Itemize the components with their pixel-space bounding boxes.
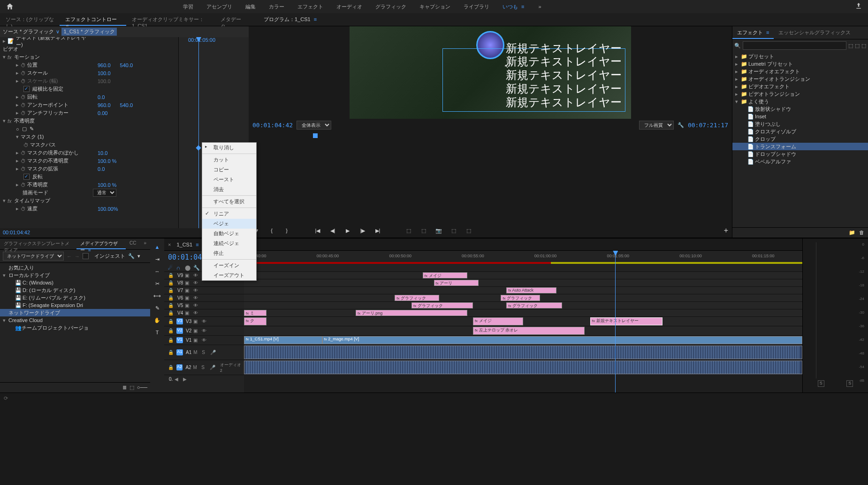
- context-menu-item[interactable]: 連続ベジェ: [202, 239, 256, 248]
- export-icon[interactable]: [855, 2, 862, 11]
- pen-tool-icon[interactable]: ✎: [152, 303, 162, 313]
- eye-icon[interactable]: 👁: [193, 295, 200, 300]
- pen-mask-icon[interactable]: ✎: [30, 126, 34, 132]
- timeline-clip[interactable]: fx 2_mage.mp4 [V]: [322, 336, 802, 344]
- eye-icon[interactable]: 👁: [193, 273, 200, 278]
- wrench-icon[interactable]: 🔧: [128, 253, 135, 259]
- tab-overflow[interactable]: »: [140, 239, 150, 249]
- workspace-tab[interactable]: ライブラリ: [464, 3, 489, 10]
- workspace-tab[interactable]: キャプション: [419, 3, 450, 10]
- filter-icon[interactable]: ▾: [137, 253, 140, 259]
- video-track-header[interactable]: 🔒V2V2▣👁: [164, 326, 244, 335]
- link-icon[interactable]: ∩: [176, 265, 183, 270]
- stopwatch-icon[interactable]: ⏱: [21, 110, 27, 116]
- effects-tree-item[interactable]: 📄塗りつぶし: [732, 120, 868, 128]
- stopwatch-icon[interactable]: ⏱: [21, 78, 27, 84]
- audio-clip[interactable]: [244, 361, 802, 374]
- timeline-clip[interactable]: fx グラフィック: [506, 302, 562, 308]
- video-track-header[interactable]: 🔒V3V3▣👁: [164, 316, 244, 326]
- context-menu-item[interactable]: 停止: [202, 248, 256, 258]
- video-track-header[interactable]: 🔒V1V1▣👁: [164, 335, 244, 345]
- wrench-icon[interactable]: 🔧: [678, 122, 684, 128]
- voice-icon[interactable]: 🎤: [210, 365, 216, 370]
- timeline-clip[interactable]: fx グラフィック: [395, 295, 439, 301]
- scrubber-playhead-icon[interactable]: [313, 133, 318, 138]
- solo-icon[interactable]: S: [202, 350, 208, 355]
- lock-icon[interactable]: 🔒: [168, 319, 175, 324]
- playhead-icon[interactable]: [198, 37, 199, 228]
- context-menu-item[interactable]: ベジェ: [202, 219, 256, 229]
- context-menu-item[interactable]: ペースト: [202, 175, 256, 185]
- rect-mask-icon[interactable]: ▢: [22, 126, 27, 132]
- tab-cc[interactable]: CC: [126, 239, 140, 249]
- track-target[interactable]: A2: [176, 364, 183, 370]
- program-timecode-left[interactable]: 00:01:04:42: [252, 122, 293, 129]
- tab-effects[interactable]: エフェクト ≡: [732, 26, 774, 39]
- extract-icon[interactable]: ⬚: [419, 226, 428, 235]
- in-point-icon[interactable]: {: [267, 226, 276, 235]
- tab-effect-controls[interactable]: エフェクトコントロール ≡: [60, 13, 126, 26]
- effects-tree-item[interactable]: 📄ベベルアルファ: [732, 158, 868, 165]
- sequence-tab[interactable]: 1_CS1 ≡: [176, 242, 198, 247]
- media-tree-item[interactable]: 💾E: (リムーバブル ディスク): [0, 294, 150, 301]
- toggle-output-icon[interactable]: ▣: [185, 273, 191, 278]
- eye-icon[interactable]: 👁: [193, 288, 200, 293]
- track-target[interactable]: V2: [176, 328, 183, 334]
- toggle-output-icon[interactable]: ▣: [185, 280, 191, 285]
- context-menu-item[interactable]: コピー: [202, 165, 256, 175]
- type-tool-icon[interactable]: T: [152, 328, 162, 337]
- timeline-clip[interactable]: fx メイジ: [473, 317, 523, 325]
- work-area-bar[interactable]: [244, 262, 802, 264]
- keyframe-icon[interactable]: [196, 145, 201, 150]
- snap-icon[interactable]: ☄: [168, 265, 175, 271]
- lock-icon[interactable]: 🔒: [168, 338, 175, 343]
- timeline-ruler[interactable]: 00:00:40:0000:00:45:0000:00:50:0000:00:5…: [244, 251, 802, 264]
- home-icon[interactable]: [6, 2, 14, 11]
- media-browser-tree[interactable]: お気に入り▾ローカルドライブ💾C: (Windows)💾D: (ローカル ディス…: [0, 263, 150, 382]
- effects-tree-item[interactable]: 📄放射状シャドウ: [732, 105, 868, 113]
- workspace-tab[interactable]: 編集: [245, 3, 256, 10]
- track-target[interactable]: V3: [176, 318, 183, 324]
- timeline-clip[interactable]: fx 新規テキストレイヤー: [590, 317, 663, 325]
- workspace-tab[interactable]: エフェクト: [297, 3, 323, 10]
- context-menu-item[interactable]: イーズイン: [202, 261, 256, 270]
- timeline-timecode[interactable]: 00:01:04: [168, 253, 202, 262]
- media-tree-item[interactable]: ▾Creative Cloud: [0, 316, 150, 324]
- effects-tree[interactable]: ▸📁プリセット▸📁Lumetri プリセット▸📁オーディオエフェクト▸📁オーディ…: [732, 52, 868, 227]
- context-menu-item[interactable]: イーズアウト: [202, 270, 256, 280]
- stopwatch-icon[interactable]: ⏱: [21, 70, 27, 76]
- timeline-clip[interactable]: fx グラフィック: [411, 302, 473, 308]
- timeline-playhead-icon[interactable]: [615, 251, 616, 393]
- new-bin-icon[interactable]: 📁: [849, 230, 855, 236]
- lock-icon[interactable]: 🔒: [168, 365, 175, 370]
- out-point-icon[interactable]: }: [282, 226, 291, 235]
- eye-icon[interactable]: 👁: [202, 319, 208, 324]
- audio-track-header[interactable]: 🔒A2A2MS🎤オーディオ 2: [164, 360, 244, 375]
- safe-margin-icon[interactable]: ⬚: [464, 226, 473, 235]
- goto-in-icon[interactable]: |◀: [313, 226, 322, 235]
- eye-icon[interactable]: 👁: [193, 310, 200, 316]
- effects-tree-item[interactable]: 📄Inset: [732, 113, 868, 120]
- tab-graphics-templates[interactable]: グラフィックステンプレートメディア: [0, 239, 76, 249]
- timeline-clip[interactable]: fx グラフィック: [501, 295, 540, 301]
- solo-icon[interactable]: S: [201, 365, 208, 370]
- context-menu-item[interactable]: 自動ベジェ: [202, 229, 256, 239]
- video-track[interactable]: fx 左上テロップ 赤オレ: [244, 326, 802, 335]
- tab-essential-graphics[interactable]: エッセンシャルグラフィックス: [774, 26, 855, 39]
- lock-icon[interactable]: 🔒: [168, 288, 175, 293]
- toggle-output-icon[interactable]: ▣: [185, 303, 191, 308]
- lock-icon[interactable]: 🔒: [168, 328, 175, 333]
- workspace-tab[interactable]: カラー: [269, 3, 284, 10]
- timeline-clip[interactable]: fx Auto Attack: [506, 287, 556, 293]
- blend-mode-dropdown[interactable]: 通常: [93, 189, 116, 197]
- sync-icon[interactable]: ⟳: [4, 395, 8, 401]
- timeline-clip[interactable]: fx ク: [244, 317, 266, 325]
- workspace-tab[interactable]: オーディオ: [336, 3, 362, 10]
- video-track[interactable]: fx クfx メイジfx 新規テキストレイヤー: [244, 316, 802, 326]
- video-track[interactable]: fx ミfx アーリ.png: [244, 309, 802, 316]
- context-menu-item[interactable]: 消去: [202, 185, 256, 194]
- marker-icon[interactable]: ⬤: [185, 265, 191, 271]
- quality-dropdown[interactable]: フル画質: [639, 121, 674, 130]
- toggle-output-icon[interactable]: ▣: [185, 288, 191, 293]
- eye-icon[interactable]: 👁: [202, 328, 208, 333]
